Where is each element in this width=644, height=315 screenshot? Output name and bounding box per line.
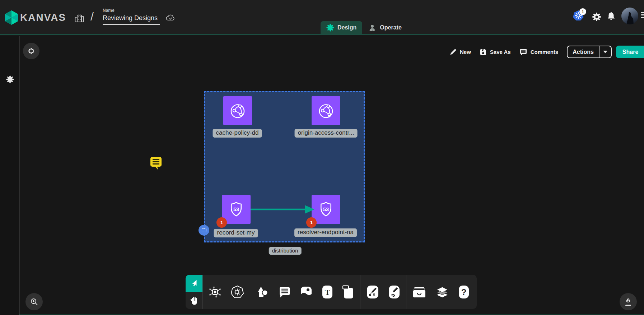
freehand-draw-tool[interactable] (388, 284, 401, 300)
comments-button-label: Comments (531, 49, 559, 55)
save-as-button[interactable]: Save As (480, 48, 511, 56)
drawer-tool[interactable] (412, 285, 427, 299)
operate-person-icon (368, 23, 377, 32)
note-tool[interactable] (342, 285, 355, 299)
kubernetes-tool[interactable] (230, 285, 244, 299)
tab-design-label: Design (337, 24, 356, 31)
pencil-squiggle-icon (388, 284, 401, 300)
organization-icon[interactable] (74, 13, 85, 23)
node-label-cache-policy[interactable]: cache-policy-dd (213, 129, 262, 138)
pen-nib-icon (624, 297, 633, 306)
brand-wordmark[interactable]: KANVAS (20, 12, 66, 23)
toolbar-group-annotations: T (250, 275, 360, 309)
breadcrumb-separator: / (90, 10, 94, 23)
resolver-endpoint-error-badge[interactable]: 1 (306, 217, 317, 228)
help-tool[interactable]: ? (458, 285, 470, 299)
pencil-icon (449, 48, 457, 56)
record-set-error-badge[interactable]: 1 (216, 217, 227, 228)
svg-text:?: ? (461, 287, 467, 297)
hand-icon (190, 296, 199, 305)
node-record-set[interactable] (222, 195, 251, 224)
text-tool[interactable]: T (321, 285, 333, 299)
select-tool[interactable] (186, 275, 202, 292)
design-spiral-icon (326, 24, 334, 32)
component-tool[interactable] (208, 285, 222, 299)
node-label-record-set[interactable]: record-set-my (214, 229, 258, 237)
node-cache-policy[interactable] (223, 96, 252, 125)
freehand-pen-button[interactable] (620, 293, 637, 310)
drawer-icon (412, 285, 427, 299)
comment-bubble-icon (148, 155, 164, 171)
kanvas-logo-icon[interactable] (5, 10, 18, 25)
share-button[interactable]: Share (616, 46, 644, 58)
cursor-arrow-icon (190, 279, 199, 288)
bottom-toolbar: T (186, 275, 477, 309)
layers-tool[interactable] (435, 285, 449, 299)
question-mark-icon: ? (458, 285, 470, 299)
zoom-in-button[interactable] (25, 293, 43, 310)
flower-icon (27, 47, 35, 55)
image-icon (299, 285, 313, 299)
design-actions-bar: New Save As Comments Actions (449, 46, 644, 58)
cloudfront-origin-access-icon (317, 101, 335, 120)
tab-operate[interactable]: Operate (362, 21, 407, 34)
kanvas-app: KANVAS / Name Reviewing Designs Design (0, 0, 644, 315)
design-name-label: Name (103, 8, 160, 13)
shapes-icon (256, 285, 270, 299)
comment-tool-icon (278, 286, 291, 298)
menu-icon[interactable] (641, 12, 644, 19)
comment-tool[interactable] (278, 286, 291, 298)
route53-resolver-endpoint-icon (317, 200, 335, 219)
mode-tabs: Design Operate (321, 21, 407, 34)
new-button-label: New (460, 49, 471, 55)
group-collapse-handle[interactable] (199, 225, 209, 236)
design-name-underline (103, 24, 160, 25)
toolbar-group-drawing (360, 275, 406, 309)
cloudfront-cache-policy-icon (228, 101, 247, 120)
actions-dropdown-button[interactable]: Actions (567, 46, 612, 58)
layers-icon (435, 285, 449, 299)
kubernetes-context-button[interactable]: 1 (573, 10, 587, 23)
cloud-saved-icon (165, 13, 176, 23)
notifications-bell-icon[interactable] (606, 11, 616, 22)
route53-record-set-icon (227, 200, 246, 219)
group-label-distribution[interactable]: distribution (269, 247, 302, 255)
canvas-comment-marker[interactable] (148, 155, 164, 172)
whiteboard-tools-button[interactable] (23, 43, 39, 59)
design-name-field[interactable]: Name Reviewing Designs (103, 8, 160, 25)
edge-pen-tool[interactable] (366, 284, 379, 300)
left-sidebar (0, 36, 19, 315)
image-tool[interactable] (299, 285, 313, 299)
save-as-button-label: Save As (490, 49, 511, 55)
toolbar-group-components (203, 275, 250, 309)
kubernetes-helm-icon (230, 285, 244, 299)
edge-record-set-to-resolver[interactable] (249, 203, 318, 216)
node-label-resolver-endpoint[interactable]: resolver-endpoint-na (294, 228, 357, 237)
pan-tool[interactable] (186, 292, 202, 309)
share-label: Share (616, 46, 644, 58)
design-name-input[interactable]: Reviewing Designs (103, 14, 160, 22)
note-icon (342, 285, 355, 299)
save-floppy-icon (480, 48, 487, 56)
tab-operate-label: Operate (380, 24, 401, 31)
meshery-spiral-icon[interactable] (6, 75, 14, 83)
new-button[interactable]: New (449, 48, 471, 56)
pen-arrow-icon (366, 284, 379, 300)
tab-design[interactable]: Design (321, 21, 362, 34)
pointer-tool-column (186, 275, 202, 309)
node-label-origin-access[interactable]: origin-access-contr... (295, 129, 358, 138)
shapes-tool[interactable] (256, 285, 270, 299)
comments-button[interactable]: Comments (519, 48, 559, 56)
svg-text:T: T (325, 288, 330, 297)
settings-gear-icon[interactable] (592, 12, 602, 22)
actions-caret-segment[interactable] (599, 46, 611, 57)
caret-down-icon (603, 51, 607, 53)
text-icon: T (321, 285, 333, 299)
user-avatar[interactable] (621, 8, 638, 24)
app-header: KANVAS / Name Reviewing Designs Design (0, 0, 644, 35)
comments-icon (519, 48, 527, 56)
zoom-in-icon (30, 297, 38, 306)
node-origin-access-control[interactable] (312, 96, 340, 125)
chip-component-icon (208, 285, 222, 299)
actions-label: Actions (568, 46, 599, 57)
